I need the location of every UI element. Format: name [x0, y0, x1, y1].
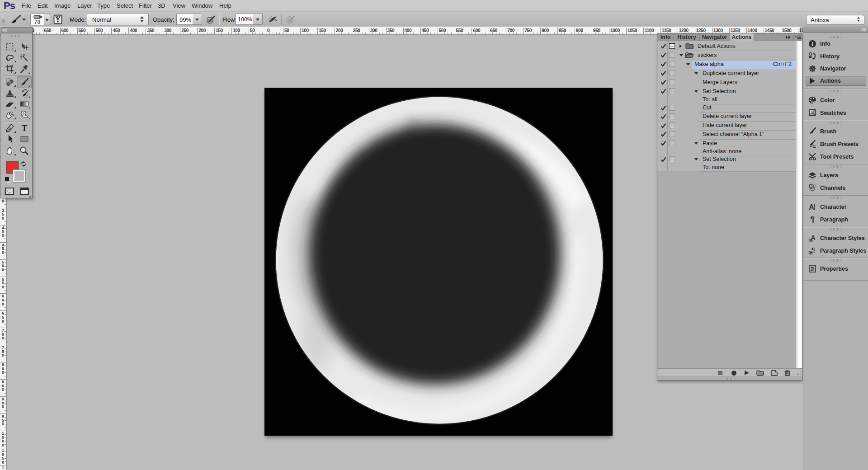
svg-text:T: T: [22, 123, 28, 133]
svg-text:A: A: [809, 203, 814, 211]
svg-text:¶: ¶: [811, 216, 815, 223]
